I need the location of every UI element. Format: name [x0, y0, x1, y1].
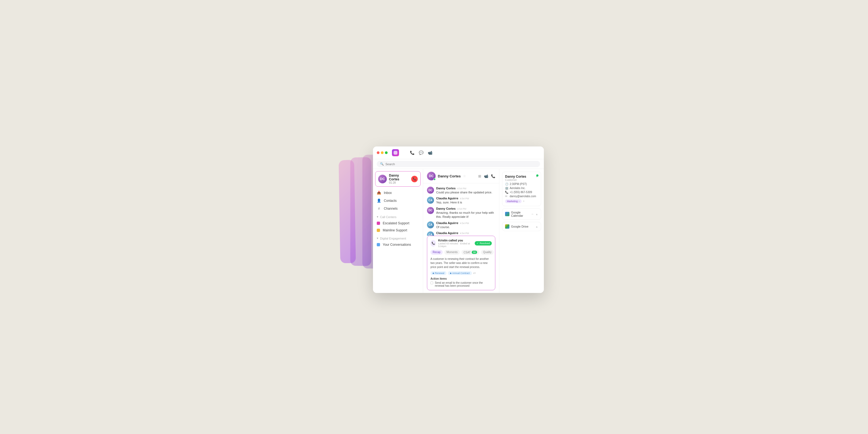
message-avatar: CA: [427, 231, 434, 236]
message-time: 4:54 PM: [460, 197, 469, 200]
phone-detail-icon: 📞: [505, 191, 508, 194]
tab-moments[interactable]: Moments: [444, 250, 460, 255]
message-header: Claudia Aguirre 4:54 PM: [436, 231, 495, 235]
messages-area: DC Danny Cortes 4:54 PM Could you please…: [423, 183, 499, 236]
tag-remove-icon[interactable]: ×: [519, 200, 520, 203]
contact-tag-marketing[interactable]: Marketing ×: [505, 199, 522, 203]
chat-nav-icon[interactable]: 💬: [419, 151, 424, 155]
integration-header: Google Calendar → ▲: [505, 211, 538, 217]
contact-tags-row: Marketing × +: [505, 199, 538, 203]
message-sender: Danny Cortes: [436, 187, 456, 190]
contact-company: Aerolabs Inc.: [510, 187, 525, 190]
action-item-text: Send an email to the customer once the r…: [435, 281, 492, 287]
sidebar-item-your-conversations[interactable]: Your Conversations: [373, 241, 423, 248]
tag-renewal[interactable]: Renewal: [431, 271, 446, 275]
contact-detail-time: 🕐 2:30PM (PST): [505, 183, 538, 186]
contact-email: danny@aerolabs.com: [510, 195, 536, 198]
integration-google-calendar: Google Calendar → ▲: [502, 208, 541, 220]
google-calendar-icon: [505, 212, 509, 216]
message-avatar: DC: [427, 187, 434, 194]
contacts-icon: 👤: [377, 198, 381, 203]
building-icon: 🏢: [505, 187, 508, 190]
tab-quality[interactable]: Quality: [481, 250, 494, 255]
add-tag-button[interactable]: +: [523, 199, 525, 203]
tab-csat[interactable]: CSAT 98: [461, 250, 479, 255]
panel-online-indicator: [536, 175, 538, 177]
end-call-button[interactable]: 📞: [411, 176, 418, 182]
your-conversations-dot: [377, 243, 380, 246]
contacts-label: Contacts: [384, 199, 397, 203]
message-time: 4:54 PM: [460, 222, 469, 225]
chat-contact-avatar: DC: [427, 172, 436, 180]
escalated-support-dot: [377, 222, 380, 225]
message-sender: Claudia Aguirre: [436, 231, 458, 235]
contact-header: Danny Cortes Customer ▲: [505, 175, 538, 182]
active-call-name: Danny Cortes: [389, 174, 409, 181]
tag-more-icon[interactable]: 🏷: [473, 272, 476, 275]
integration-header: Google Drive ▲: [505, 224, 538, 229]
sidebar-item-inbox[interactable]: 📥 Inbox: [373, 189, 423, 197]
message-content: Claudia Aguirre 4:54 PM Yep, sure. Here …: [436, 197, 495, 205]
your-conversations-label: Your Conversations: [383, 243, 411, 247]
digital-engagement-header[interactable]: ▾ Digital Engagement: [373, 234, 423, 241]
close-button[interactable]: [377, 151, 379, 154]
contact-phone: +1 (555) 867-5309: [510, 191, 532, 194]
message-time: 4:54 PM: [457, 208, 467, 210]
email-icon: ✉: [505, 195, 508, 198]
message-text: Amazing, thanks so much for your help wi…: [436, 211, 495, 219]
contact-role: Customer: [505, 179, 526, 182]
voice-call-icon[interactable]: 📞: [491, 174, 495, 178]
active-call-item[interactable]: DC Danny Cortes 01:28 📞: [375, 171, 421, 187]
sidebar-item-channels[interactable]: # Channels: [373, 205, 423, 212]
action-item: Send an email to the customer once the r…: [431, 281, 492, 287]
escalated-support-label: Escalated Support: [383, 221, 409, 225]
sidebar-item-contacts[interactable]: 👤 Contacts: [373, 197, 423, 205]
integration-expand-icon[interactable]: →: [531, 212, 534, 216]
mainline-support-label: Mainline Support: [383, 228, 407, 232]
contact-detail-company: 🏢 Aerolabs Inc.: [505, 187, 538, 190]
tag-annual-contract[interactable]: Annual Contract: [448, 271, 472, 275]
message-avatar: CA: [427, 221, 434, 228]
video-nav-icon[interactable]: 📹: [428, 151, 432, 155]
search-input[interactable]: [385, 162, 537, 166]
main-window: 📞 💬 📹 🔍 DC Danny Co: [373, 147, 544, 293]
message-content: Claudia Aguirre 4:54 PM Let me know if y…: [436, 231, 495, 236]
phone-nav-icon[interactable]: 📞: [410, 151, 414, 155]
minimize-button[interactable]: [381, 151, 383, 154]
message-text: Could you please share the updated price…: [436, 190, 495, 194]
message-text: Yep, sure. Here it is: [436, 200, 495, 205]
video-call-icon[interactable]: 📹: [484, 174, 488, 178]
maximize-button[interactable]: [385, 151, 388, 154]
chat-area: DC Danny Cortes ☆ ⊞ 📹 📞 DC: [423, 169, 499, 293]
sidebar: DC Danny Cortes 01:28 📞 📥 Inbox 👤: [373, 169, 423, 293]
chat-contact-name: Danny Cortes: [438, 174, 461, 178]
message-content: Danny Cortes 4:54 PM Amazing, thanks so …: [436, 207, 495, 219]
action-checkbox[interactable]: [431, 282, 433, 284]
star-icon[interactable]: ☆: [463, 174, 466, 178]
action-items-label: Action items: [431, 277, 492, 280]
active-call-time: 01:28: [389, 181, 409, 184]
screen-share-icon[interactable]: ⊞: [478, 174, 481, 178]
message-avatar: CA: [427, 197, 434, 204]
message-header: Claudia Aguirre 4:54 PM: [436, 197, 495, 200]
google-drive-label: Google Drive: [511, 225, 534, 228]
tab-recap[interactable]: Recap: [431, 250, 443, 255]
checkmark-icon: ✓: [476, 242, 479, 245]
search-bar-row: 🔍: [373, 159, 544, 169]
sidebar-item-mainline-support[interactable]: Mainline Support: [373, 227, 423, 234]
search-bar: 🔍: [377, 161, 540, 167]
message-sender: Claudia Aguirre: [436, 221, 458, 225]
google-drive-chevron-icon[interactable]: ▲: [535, 225, 538, 228]
message-sender: Danny Cortes: [436, 207, 456, 210]
message-row: CA Claudia Aguirre 4:54 PM Of course.: [427, 221, 495, 229]
app-container: 📞 💬 📹 🔍 DC Danny Co: [323, 138, 545, 296]
call-centers-header[interactable]: ▾ Call Centers: [373, 212, 423, 220]
title-bar: 📞 💬 📹: [373, 147, 544, 159]
message-header: Claudia Aguirre 4:54 PM: [436, 221, 495, 225]
google-calendar-chevron-icon[interactable]: ▲: [535, 213, 538, 216]
sidebar-item-escalated-support[interactable]: Escalated Support: [373, 220, 423, 227]
chat-header: DC Danny Cortes ☆ ⊞ 📹 📞: [423, 169, 499, 183]
active-call-info: Danny Cortes 01:28: [389, 174, 409, 184]
call-card-title: Kristin called you: [438, 239, 472, 242]
contact-section: Danny Cortes Customer ▲ 🕐 2:30PM (PST) 🏢…: [502, 172, 541, 206]
